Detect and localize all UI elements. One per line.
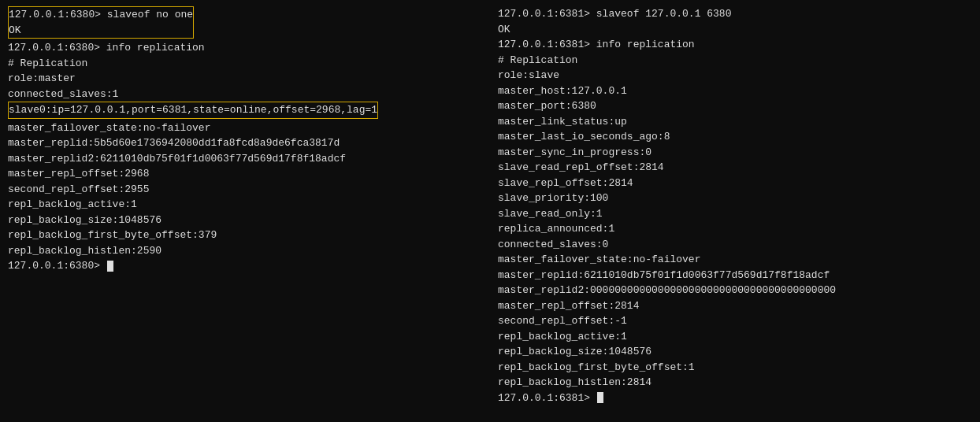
terminal-line: repl_backlog_active:1 [8, 197, 482, 213]
terminal-line: repl_backlog_size:1048576 [498, 344, 972, 360]
terminal-line: master_replid2:0000000000000000000000000… [498, 283, 972, 298]
terminal-line: master_sync_in_progress:0 [498, 145, 972, 161]
terminal-line: master_link_status:up [498, 114, 972, 130]
terminal-line: 127.0.0.1:6381> info replication [498, 37, 972, 53]
terminal-line: repl_backlog_first_byte_offset:1 [498, 360, 972, 376]
cursor [597, 392, 603, 403]
terminal-line: second_repl_offset:-1 [498, 313, 972, 329]
terminal-line: slave_read_repl_offset:2814 [498, 160, 972, 176]
terminal-prompt[interactable]: 127.0.0.1:6381> [498, 391, 972, 406]
terminal-line: connected_slaves:1 [8, 87, 482, 102]
terminal-line: # Replication [8, 56, 482, 72]
terminal-line: master_replid:6211010db75f01f1d0063f77d5… [498, 268, 972, 283]
terminal-line: slave_read_only:1 [498, 206, 972, 222]
terminal-line: master_repl_offset:2814 [498, 298, 972, 314]
terminal-line: role:slave [498, 68, 972, 83]
terminal-line: # Replication [498, 53, 972, 68]
terminal-line: role:master [8, 71, 482, 87]
terminal-line: second_repl_offset:2955 [8, 182, 482, 198]
terminal-line: repl_backlog_histlen:2590 [8, 243, 482, 259]
terminal-line: slave0:ip=127.0.0.1,port=6381,state=onli… [9, 102, 377, 118]
right-terminal[interactable]: 127.0.0.1:6381> slaveof 127.0.0.1 6380 O… [490, 0, 980, 422]
terminal-line: master_replid:5b5d60e1736942080dd1fa8fcd… [8, 135, 482, 151]
left-terminal[interactable]: 127.0.0.1:6380> slaveof no one OK 127.0.… [0, 0, 490, 422]
terminal-line: slave_priority:100 [498, 191, 972, 206]
terminal-line: connected_slaves:0 [498, 237, 972, 253]
terminal-line: 127.0.0.1:6380> slaveof no one [9, 7, 193, 23]
terminal-line: repl_backlog_size:1048576 [8, 213, 482, 228]
terminal-line: OK [498, 22, 972, 38]
terminal-line: replica_announced:1 [498, 221, 972, 237]
terminal-line: repl_backlog_histlen:2814 [498, 375, 972, 391]
terminal-line: OK [9, 23, 193, 39]
terminal-line: slave_repl_offset:2814 [498, 176, 972, 191]
terminal-line: repl_backlog_first_byte_offset:379 [8, 228, 482, 243]
terminal-line: 127.0.0.1:6381> slaveof 127.0.0.1 6380 [498, 6, 972, 22]
cursor [107, 261, 113, 272]
terminal-line: master_failover_state:no-failover [498, 252, 972, 268]
terminal-line: master_replid2:6211010db75f01f1d0063f77d… [8, 151, 482, 167]
command-box: 127.0.0.1:6380> slaveof no one OK [8, 6, 194, 39]
terminal-line: master_repl_offset:2968 [8, 166, 482, 182]
slave-box: slave0:ip=127.0.0.1,port=6381,state=onli… [8, 102, 378, 119]
terminal-line: repl_backlog_active:1 [498, 329, 972, 345]
terminal-line: master_host:127.0.0.1 [498, 83, 972, 99]
terminal-prompt[interactable]: 127.0.0.1:6380> [8, 258, 482, 274]
terminal-line: master_last_io_seconds_ago:8 [498, 129, 972, 145]
terminal-line: 127.0.0.1:6380> info replication [8, 40, 482, 56]
terminal-line: master_failover_state:no-failover [8, 120, 482, 136]
terminal-line: master_port:6380 [498, 98, 972, 114]
